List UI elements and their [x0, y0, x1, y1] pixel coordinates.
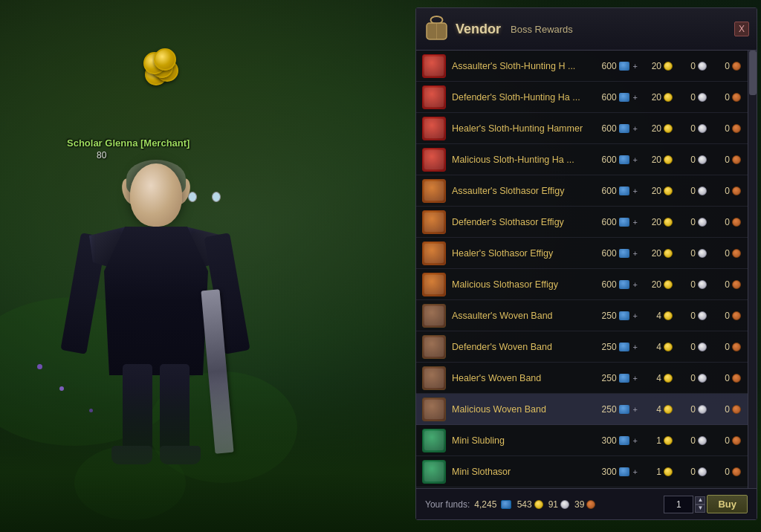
buy-button[interactable]: Buy [707, 495, 748, 513]
gold-price: 4 [641, 373, 661, 383]
copper-icon [732, 374, 741, 383]
item-name: Mini Slothasor [452, 467, 596, 477]
item-row[interactable]: Healer's Sloth-Hunting Hammer 600 + 20 0… [416, 113, 757, 144]
item-price-block: 250 + 4 0 0 [596, 342, 742, 352]
item-price-block: 250 + 4 0 0 [596, 373, 742, 383]
scrollbar-thumb[interactable] [749, 51, 757, 95]
price-separator: + [633, 343, 638, 351]
copper-icon [732, 280, 741, 289]
copper-icon [732, 405, 741, 414]
silver-icon [698, 405, 707, 414]
silver-icon [698, 218, 707, 227]
silver-price: 0 [675, 467, 696, 477]
token-icon [619, 124, 629, 133]
npc-head [130, 163, 182, 227]
npc-eye-right [212, 192, 221, 202]
item-row[interactable]: Malicious Slothasor Effigy 600 + 20 0 0 [416, 269, 757, 300]
item-price-block: 600 + 20 0 0 [596, 155, 742, 165]
copper-price: 0 [709, 155, 730, 165]
item-name: Assaulter's Slothasor Effigy [452, 186, 596, 196]
silver-icon [698, 249, 707, 258]
silver-icon [698, 124, 707, 133]
item-row[interactable]: Mini Slubling 300 + 1 0 0 [416, 425, 757, 456]
copper-price: 0 [709, 61, 730, 71]
price-separator: + [633, 218, 638, 227]
item-icon [422, 429, 446, 452]
item-icon [422, 398, 446, 421]
copper-price: 0 [709, 217, 730, 227]
silver-icon [698, 186, 707, 195]
item-icon [422, 366, 446, 390]
copper-icon [732, 218, 741, 227]
item-price-block: 600 + 20 0 0 [596, 217, 742, 227]
token-price: 600 [596, 279, 617, 290]
item-price-block: 600 + 20 0 0 [596, 123, 742, 134]
item-icon [422, 179, 446, 203]
qty-down-arrow[interactable]: ▼ [695, 505, 705, 513]
silver-icon [698, 436, 707, 445]
item-price-block: 600 + 20 0 0 [596, 279, 742, 290]
npc-eye-left [188, 192, 197, 202]
vendor-scrollbar[interactable] [748, 51, 757, 488]
copper-icon [732, 186, 741, 195]
price-separator: + [633, 186, 638, 195]
item-price-block: 600 + 20 0 0 [596, 61, 742, 71]
vendor-close-button[interactable]: X [734, 22, 749, 36]
copper-icon [732, 93, 741, 102]
price-separator: + [633, 62, 638, 71]
copper-price: 0 [709, 248, 730, 259]
gold-icon [664, 436, 673, 445]
item-icon [422, 335, 446, 359]
buy-quantity-arrows: ▲ ▼ [695, 496, 705, 513]
item-row[interactable]: Assaulter's Slothasor Effigy 600 + 20 0 … [416, 175, 757, 207]
silver-icon-footer [560, 500, 569, 509]
silver-icon [698, 374, 707, 383]
price-separator: + [633, 405, 638, 414]
funds-token-amount: 4,245 [474, 499, 512, 510]
item-row[interactable]: Defender's Sloth-Hunting Ha ... 600 + 20… [416, 82, 757, 113]
copper-price: 0 [709, 467, 730, 477]
gold-icon [664, 218, 673, 227]
token-icon [619, 467, 629, 476]
gold-icon [664, 405, 673, 414]
gold-icon-footer [534, 500, 543, 509]
item-icon [422, 273, 446, 296]
item-row[interactable]: Malicious Woven Band 250 + 4 0 0 [416, 394, 757, 425]
item-row[interactable]: Defender's Slothasor Effigy 600 + 20 0 0 [416, 207, 757, 238]
item-row[interactable]: Malicious Sloth-Hunting Ha ... 600 + 20 … [416, 144, 757, 175]
silver-price: 0 [675, 217, 696, 227]
copper-icon [732, 343, 741, 351]
copper-icon [732, 436, 741, 445]
copper-icon [732, 62, 741, 71]
buy-quantity-input[interactable] [664, 496, 693, 513]
token-price: 300 [596, 435, 617, 446]
item-row[interactable]: Mini Slothasor 300 + 1 0 0 [416, 456, 757, 487]
item-row[interactable]: Assaulter's Woven Band 250 + 4 0 0 [416, 300, 757, 331]
item-icon [422, 85, 446, 109]
gold-icon [664, 124, 673, 133]
item-row[interactable]: Assaulter's Sloth-Hunting H ... 600 + 20… [416, 51, 757, 82]
item-row[interactable]: Healer's Slothasor Effigy 600 + 20 0 0 [416, 238, 757, 269]
silver-price: 0 [675, 248, 696, 259]
copper-price: 0 [709, 186, 730, 196]
item-price-block: 300 + 1 0 0 [596, 467, 742, 477]
item-row[interactable]: Defender's Woven Band 250 + 4 0 0 [416, 331, 757, 363]
gold-icon [664, 249, 673, 258]
item-price-block: 600 + 20 0 0 [596, 92, 742, 103]
silver-price: 0 [675, 342, 696, 352]
vendor-footer: Your funds: 4,245 543 91 39 ▲ ▼ Buy [416, 488, 757, 519]
gold-icon [664, 186, 673, 195]
price-separator: + [633, 436, 638, 445]
silver-price: 0 [675, 92, 696, 103]
qty-up-arrow[interactable]: ▲ [695, 496, 705, 505]
vendor-subtitle: Boss Rewards [511, 24, 573, 35]
item-price-block: 600 + 20 0 0 [596, 248, 742, 259]
token-icon [619, 374, 629, 383]
funds-copper: 39 [574, 499, 596, 510]
silver-icon [698, 311, 707, 320]
gold-price: 20 [641, 61, 661, 71]
copper-icon [732, 311, 741, 320]
item-row[interactable]: Healer's Woven Band 250 + 4 0 0 [416, 363, 757, 394]
copper-icon [732, 124, 741, 133]
price-separator: + [633, 124, 638, 133]
